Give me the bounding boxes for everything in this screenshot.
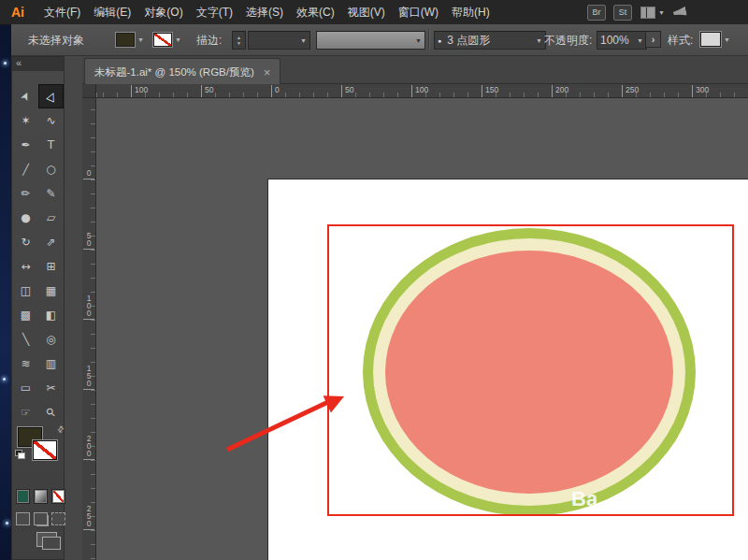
type-tool[interactable]: T (38, 133, 64, 157)
menu-select[interactable]: 选择(S) (239, 0, 290, 24)
close-icon[interactable]: × (264, 66, 271, 79)
lasso-tool-icon: ∿ (46, 114, 55, 127)
default-fill-stroke-icon[interactable] (15, 450, 24, 458)
menubar-badges: BrSt (587, 5, 632, 21)
pencil-tool[interactable]: ✎ (38, 181, 64, 206)
stroke-label: 描边: (196, 33, 222, 49)
opacity-value[interactable]: 100% (600, 34, 633, 47)
collapse-panel-icon[interactable]: « (16, 57, 22, 68)
chevron-down-icon: ▼ (300, 37, 307, 44)
stroke-weight-dropdown[interactable]: ▼ (248, 31, 310, 50)
workspace-grid-icon (640, 7, 655, 19)
brush-definition-dropdown[interactable]: ● 3 点圆形 ▼ (434, 31, 546, 50)
tools-panel: « ➤▷✶∿✒T╱○✏✎●▱↻⇗↔⊞◫▦▩◧╲◎≋▥▭✂☞⚲ ⇄ (11, 56, 65, 560)
v-ruler-label: 1 5 0 (83, 365, 94, 390)
shape-builder-tool[interactable]: ◫ (13, 279, 38, 303)
ellipse-tool[interactable]: ○ (38, 157, 64, 181)
graphic-style-swatch[interactable] (700, 32, 721, 47)
rotate-tool[interactable]: ↻ (13, 230, 38, 254)
eraser-tool[interactable]: ▱ (38, 206, 64, 230)
canvas[interactable]: Ba (96, 98, 748, 560)
direct-selection-tool[interactable]: ▷ (38, 84, 64, 108)
chevron-down-icon: ▼ (724, 36, 730, 43)
menu-object[interactable]: 对象(O) (137, 0, 189, 24)
screen-mode-button[interactable] (36, 532, 57, 547)
perspective-grid-tool[interactable]: ▦ (38, 279, 64, 303)
scale-tool-icon: ⇗ (46, 236, 55, 249)
v-ruler-label: 5 0 (83, 232, 94, 250)
chevron-down-icon: ▼ (137, 36, 144, 43)
separator (428, 29, 430, 50)
stepper-down-icon[interactable]: ▼ (237, 40, 241, 46)
none-button[interactable] (51, 489, 65, 504)
menu-edit[interactable]: 编辑(E) (87, 0, 137, 24)
document-tab-bar: 未标题-1.ai* @ 150% (RGB/预览) × (82, 56, 748, 84)
fill-color-swatch[interactable] (116, 33, 135, 47)
stock-badge[interactable]: St (613, 5, 632, 21)
stroke-swatch[interactable] (33, 440, 57, 460)
brush-name: 3 点圆形 (447, 33, 530, 49)
menu-view[interactable]: 视图(V) (341, 0, 392, 24)
symbol-sprayer-tool[interactable]: ≋ (13, 352, 38, 376)
fill-color-dropdown[interactable]: ▼ (116, 33, 144, 47)
vertical-ruler[interactable]: 05 01 0 01 5 02 0 02 5 0 (82, 98, 96, 560)
menu-file[interactable]: 文件(F) (37, 0, 87, 24)
control-bar: 未选择对象 ▼ ▼ 描边: ▲ ▼ ▼ ▼ ● 3 点圆形 ▼ 不透明度: 10… (11, 24, 748, 56)
selection-tool[interactable]: ➤ (13, 84, 38, 108)
chevron-down-icon: ▼ (637, 37, 643, 44)
color-button[interactable] (16, 489, 30, 504)
stroke-color-swatch[interactable] (153, 33, 172, 47)
draw-behind-button[interactable] (34, 512, 48, 525)
free-transform-tool[interactable]: ⊞ (38, 254, 64, 279)
chevron-down-icon: ▼ (658, 9, 665, 16)
blob-brush-tool[interactable]: ● (13, 206, 38, 230)
eyedropper-tool-icon: ╲ (22, 333, 29, 346)
width-tool[interactable]: ↔ (13, 254, 38, 279)
chevron-right-icon: › (652, 34, 655, 45)
lasso-tool[interactable]: ∿ (38, 108, 64, 133)
hand-tool[interactable]: ☞ (13, 400, 38, 424)
workspace-switcher[interactable]: ▼ (640, 7, 665, 19)
slice-tool[interactable]: ✂ (38, 376, 64, 400)
line-tool[interactable]: ╱ (13, 157, 38, 181)
megaphone-icon[interactable] (672, 7, 687, 19)
paintbrush-tool[interactable]: ✏ (13, 181, 38, 206)
ruler-corner[interactable] (82, 84, 96, 98)
bridge-badge[interactable]: Br (587, 5, 606, 21)
artboard-tool[interactable]: ▭ (13, 376, 38, 400)
draw-mode-row (12, 512, 65, 525)
rotate-tool-icon: ↻ (21, 236, 30, 249)
type-tool-icon: T (48, 138, 54, 151)
stroke-weight-stepper[interactable]: ▲ ▼ (232, 31, 246, 50)
draw-inside-button[interactable] (51, 512, 65, 525)
draw-normal-button[interactable] (16, 512, 30, 525)
h-ruler-label: 300 (692, 85, 709, 97)
paintbrush-tool-icon: ✏ (21, 187, 30, 200)
document-tab[interactable]: 未标题-1.ai* @ 150% (RGB/预览) × (84, 58, 280, 85)
graphic-style-dropdown[interactable]: ▼ (700, 32, 730, 47)
menu-type[interactable]: 文字(T) (190, 0, 239, 24)
eyedropper-tool[interactable]: ╲ (13, 327, 38, 352)
mesh-tool[interactable]: ▩ (13, 303, 38, 327)
stroke-color-dropdown[interactable]: ▼ (153, 33, 181, 47)
wallpaper-star (4, 62, 7, 65)
magic-wand-tool[interactable]: ✶ (13, 108, 38, 133)
menu-help[interactable]: 帮助(H) (445, 0, 496, 24)
scale-tool[interactable]: ⇗ (38, 230, 64, 254)
opacity-field[interactable]: 100% ▼ (597, 31, 647, 50)
menu-effect[interactable]: 效果(C) (290, 0, 341, 24)
blob-brush-tool-icon: ● (21, 211, 30, 224)
column-graph-tool[interactable]: ▥ (38, 352, 64, 376)
h-ruler-label: 100 (411, 85, 428, 97)
document-tab-title: 未标题-1.ai* @ 150% (RGB/预览) (94, 65, 254, 79)
horizontal-ruler[interactable]: 10050050100150200250300 (96, 84, 748, 98)
pen-tool[interactable]: ✒ (13, 133, 38, 157)
panel-chevron-button[interactable]: › (645, 31, 661, 48)
width-profile-dropdown[interactable]: ▼ (316, 31, 425, 50)
zoom-tool[interactable]: ⚲ (38, 400, 64, 424)
blend-tool[interactable]: ◎ (38, 327, 64, 352)
swap-fill-stroke-icon[interactable]: ⇄ (55, 424, 66, 435)
gradient-button[interactable] (34, 489, 48, 504)
gradient-tool[interactable]: ◧ (38, 303, 64, 327)
menu-window[interactable]: 窗口(W) (392, 0, 445, 24)
